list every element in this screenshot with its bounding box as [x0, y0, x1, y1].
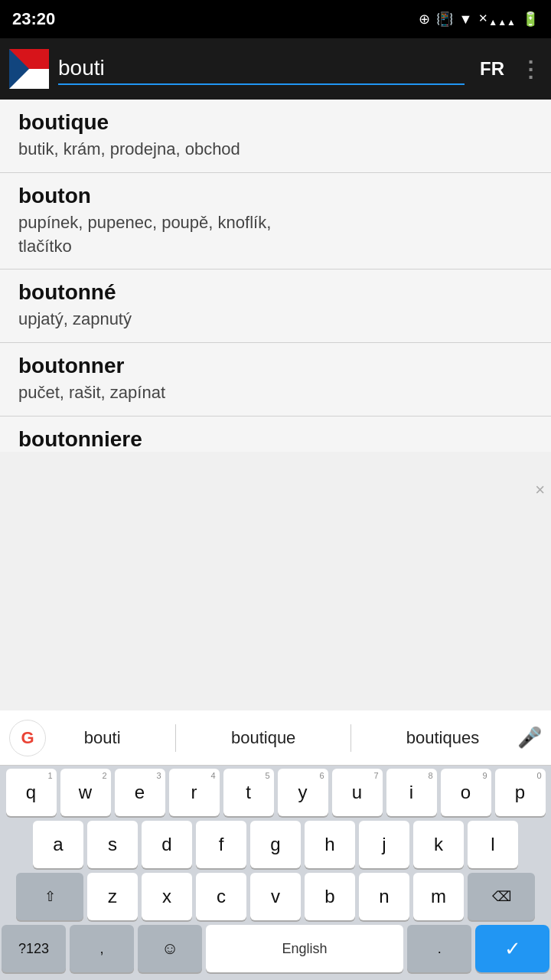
result-item[interactable]: boutonné upjatý, zapnutý — [0, 270, 551, 343]
key-enter[interactable]: ✓ — [475, 925, 549, 972]
key-emoji[interactable]: ☺ — [138, 925, 202, 972]
key-a[interactable]: a — [33, 821, 83, 868]
result-translation: butik, krám, prodejna, obchod — [18, 138, 533, 162]
suggestion-boutiques[interactable]: boutiques — [397, 724, 488, 753]
key-k[interactable]: k — [413, 821, 464, 868]
mic-icon[interactable]: 🎤 — [517, 726, 542, 750]
flag-icon — [9, 49, 49, 89]
key-q[interactable]: 1q — [6, 769, 57, 816]
wifi-icon: ▼ — [459, 11, 473, 28]
key-v[interactable]: v — [250, 873, 301, 920]
battery-icon: 🔋 — [522, 11, 539, 28]
key-b[interactable]: b — [305, 873, 355, 920]
key-i[interactable]: 8i — [386, 769, 437, 816]
key-d[interactable]: d — [142, 821, 192, 868]
result-translation: pučet, rašit, zapínat — [18, 381, 533, 405]
search-input[interactable] — [58, 53, 465, 83]
keyboard-area: G bouti boutique boutiques 🎤 1q 2w 3e 4r… — [0, 710, 551, 980]
result-word: boutonniere — [18, 427, 533, 452]
result-translation: upjatý, zapnutý — [18, 308, 533, 332]
keyboard-row-2: a s d f g h j k l — [2, 821, 549, 868]
status-icons: ⊕ 📳 ▼ ✕▲▲▲ 🔋 — [419, 11, 539, 28]
key-numbers[interactable]: ?123 — [2, 925, 66, 972]
clear-button[interactable]: × — [535, 480, 545, 500]
keyboard: 1q 2w 3e 4r 5t 6y 7u 8i 9o 0p a s d f g … — [0, 766, 551, 980]
result-word: boutonner — [18, 354, 533, 378]
divider — [175, 724, 176, 752]
keyboard-bottom-row: ?123 , ☺ English . ✓ — [2, 925, 549, 972]
suggestions-bar: G bouti boutique boutiques 🎤 — [0, 710, 551, 766]
key-z[interactable]: z — [87, 873, 138, 920]
more-options-button[interactable]: ⋮ — [520, 57, 542, 82]
key-l[interactable]: l — [468, 821, 518, 868]
key-u[interactable]: 7u — [332, 769, 383, 816]
key-backspace[interactable]: ⌫ — [468, 873, 535, 920]
key-p[interactable]: 0p — [495, 769, 546, 816]
key-j[interactable]: j — [359, 821, 409, 868]
key-period[interactable]: . — [407, 925, 471, 972]
result-item[interactable]: bouton pupínek, pupenec, poupě, knoflík,… — [0, 173, 551, 270]
result-item[interactable]: boutonniere knoflíková dírka — [0, 416, 551, 452]
key-shift[interactable]: ⇧ — [16, 873, 83, 920]
key-m[interactable]: m — [413, 873, 464, 920]
key-space[interactable]: English — [206, 925, 403, 972]
results-list: boutique butik, krám, prodejna, obchod b… — [0, 100, 551, 452]
suggestions: bouti boutique boutiques — [46, 724, 517, 753]
language-label[interactable]: FR — [474, 58, 510, 80]
suggestion-boutique[interactable]: boutique — [222, 724, 305, 753]
key-s[interactable]: s — [87, 821, 138, 868]
key-h[interactable]: h — [305, 821, 355, 868]
key-w[interactable]: 2w — [60, 769, 111, 816]
key-f[interactable]: f — [196, 821, 246, 868]
divider — [350, 724, 351, 752]
key-e[interactable]: 3e — [115, 769, 165, 816]
keyboard-row-3: ⇧ z x c v b n m ⌫ — [2, 873, 549, 920]
search-input-container[interactable] — [58, 53, 465, 85]
app-header: × FR ⋮ — [0, 38, 551, 100]
status-time: 23:20 — [12, 9, 55, 29]
result-item[interactable]: boutonner pučet, rašit, zapínat — [0, 343, 551, 416]
google-logo: G — [9, 720, 46, 756]
vibrate-icon: 📳 — [436, 11, 453, 28]
result-translation: pupínek, pupenec, poupě, knoflík,tlačítk… — [18, 211, 533, 259]
key-g[interactable]: g — [250, 821, 301, 868]
key-comma[interactable]: , — [70, 925, 134, 972]
location-icon: ⊕ — [419, 11, 430, 28]
result-word: bouton — [18, 184, 533, 208]
key-c[interactable]: c — [196, 873, 246, 920]
key-o[interactable]: 9o — [441, 769, 491, 816]
key-n[interactable]: n — [359, 873, 409, 920]
result-item[interactable]: boutique butik, krám, prodejna, obchod — [0, 100, 551, 173]
key-r[interactable]: 4r — [169, 769, 220, 816]
key-y[interactable]: 6y — [278, 769, 328, 816]
result-word: boutique — [18, 110, 533, 135]
key-x[interactable]: x — [142, 873, 192, 920]
signal-icon: ✕▲▲▲ — [478, 11, 516, 28]
key-t[interactable]: 5t — [223, 769, 274, 816]
status-bar: 23:20 ⊕ 📳 ▼ ✕▲▲▲ 🔋 — [0, 0, 551, 38]
result-word: boutonné — [18, 280, 533, 305]
suggestion-bouti[interactable]: bouti — [75, 724, 130, 753]
keyboard-row-1: 1q 2w 3e 4r 5t 6y 7u 8i 9o 0p — [2, 769, 549, 816]
